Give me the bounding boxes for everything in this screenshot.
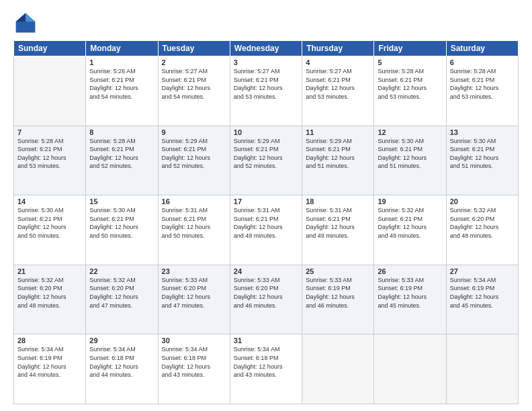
page: SundayMondayTuesdayWednesdayThursdayFrid…	[0, 0, 532, 411]
calendar-cell: 25Sunrise: 5:33 AM Sunset: 6:19 PM Dayli…	[302, 265, 374, 334]
day-number: 31	[234, 336, 298, 345]
day-info: Sunrise: 5:34 AM Sunset: 6:18 PM Dayligh…	[234, 345, 298, 379]
day-info: Sunrise: 5:30 AM Sunset: 6:21 PM Dayligh…	[378, 137, 442, 171]
day-number: 19	[378, 197, 442, 205]
day-info: Sunrise: 5:29 AM Sunset: 6:21 PM Dayligh…	[306, 137, 370, 171]
day-info: Sunrise: 5:27 AM Sunset: 6:21 PM Dayligh…	[234, 67, 298, 101]
day-number: 25	[306, 267, 370, 275]
column-header-saturday: Saturday	[446, 41, 518, 56]
day-info: Sunrise: 5:28 AM Sunset: 6:21 PM Dayligh…	[17, 137, 82, 171]
day-info: Sunrise: 5:30 AM Sunset: 6:21 PM Dayligh…	[17, 206, 82, 240]
calendar-cell: 24Sunrise: 5:33 AM Sunset: 6:20 PM Dayli…	[230, 265, 302, 334]
day-info: Sunrise: 5:33 AM Sunset: 6:20 PM Dayligh…	[234, 276, 298, 310]
day-info: Sunrise: 5:29 AM Sunset: 6:21 PM Dayligh…	[234, 137, 298, 171]
day-number: 8	[89, 128, 154, 136]
day-number: 9	[162, 128, 226, 136]
day-number: 24	[234, 267, 298, 275]
column-header-friday: Friday	[374, 41, 446, 56]
column-header-monday: Monday	[86, 41, 158, 56]
day-number: 3	[234, 58, 298, 66]
calendar-header-row: SundayMondayTuesdayWednesdayThursdayFrid…	[14, 41, 519, 56]
day-number: 20	[450, 197, 515, 205]
calendar-cell: 16Sunrise: 5:31 AM Sunset: 6:21 PM Dayli…	[158, 195, 230, 265]
day-info: Sunrise: 5:32 AM Sunset: 6:21 PM Dayligh…	[378, 206, 442, 240]
day-info: Sunrise: 5:28 AM Sunset: 6:21 PM Dayligh…	[450, 67, 515, 101]
column-header-sunday: Sunday	[14, 41, 86, 56]
day-number: 21	[17, 267, 82, 275]
day-number: 15	[89, 197, 154, 205]
calendar-cell: 11Sunrise: 5:29 AM Sunset: 6:21 PM Dayli…	[302, 126, 374, 195]
day-number: 1	[89, 58, 154, 66]
day-number: 22	[89, 267, 154, 275]
day-number: 18	[306, 197, 370, 205]
calendar-week-5: 28Sunrise: 5:34 AM Sunset: 6:19 PM Dayli…	[14, 334, 519, 404]
header	[13, 11, 519, 35]
day-number: 29	[89, 336, 154, 345]
day-info: Sunrise: 5:27 AM Sunset: 6:21 PM Dayligh…	[306, 67, 370, 101]
calendar-cell: 13Sunrise: 5:30 AM Sunset: 6:21 PM Dayli…	[446, 126, 518, 195]
day-info: Sunrise: 5:34 AM Sunset: 6:18 PM Dayligh…	[89, 345, 154, 379]
day-info: Sunrise: 5:33 AM Sunset: 6:19 PM Dayligh…	[378, 276, 442, 310]
day-info: Sunrise: 5:34 AM Sunset: 6:19 PM Dayligh…	[17, 345, 82, 379]
calendar-cell: 5Sunrise: 5:28 AM Sunset: 6:21 PM Daylig…	[374, 56, 446, 126]
day-info: Sunrise: 5:32 AM Sunset: 6:20 PM Dayligh…	[17, 276, 82, 310]
logo-icon	[13, 11, 38, 35]
day-info: Sunrise: 5:28 AM Sunset: 6:21 PM Dayligh…	[89, 137, 154, 171]
calendar-cell: 6Sunrise: 5:28 AM Sunset: 6:21 PM Daylig…	[446, 56, 518, 126]
day-number: 17	[234, 197, 298, 205]
calendar-cell: 2Sunrise: 5:27 AM Sunset: 6:21 PM Daylig…	[158, 56, 230, 126]
calendar-cell: 21Sunrise: 5:32 AM Sunset: 6:20 PM Dayli…	[14, 265, 86, 334]
logo	[13, 11, 40, 35]
day-number: 12	[378, 128, 442, 136]
day-info: Sunrise: 5:32 AM Sunset: 6:20 PM Dayligh…	[450, 206, 515, 240]
column-header-wednesday: Wednesday	[230, 41, 302, 56]
calendar-cell: 18Sunrise: 5:31 AM Sunset: 6:21 PM Dayli…	[302, 195, 374, 265]
day-info: Sunrise: 5:34 AM Sunset: 6:19 PM Dayligh…	[450, 276, 515, 310]
calendar-cell: 27Sunrise: 5:34 AM Sunset: 6:19 PM Dayli…	[446, 265, 518, 334]
svg-marker-2	[16, 13, 26, 22]
calendar-cell: 1Sunrise: 5:26 AM Sunset: 6:21 PM Daylig…	[86, 56, 158, 126]
calendar-cell	[14, 56, 86, 126]
calendar-week-3: 14Sunrise: 5:30 AM Sunset: 6:21 PM Dayli…	[14, 195, 519, 265]
day-info: Sunrise: 5:34 AM Sunset: 6:18 PM Dayligh…	[162, 345, 226, 379]
calendar-cell: 14Sunrise: 5:30 AM Sunset: 6:21 PM Dayli…	[14, 195, 86, 265]
calendar-cell: 10Sunrise: 5:29 AM Sunset: 6:21 PM Dayli…	[230, 126, 302, 195]
column-header-thursday: Thursday	[302, 41, 374, 56]
day-number: 30	[162, 336, 226, 345]
day-info: Sunrise: 5:33 AM Sunset: 6:19 PM Dayligh…	[306, 276, 370, 310]
calendar-cell: 28Sunrise: 5:34 AM Sunset: 6:19 PM Dayli…	[14, 334, 86, 404]
calendar-cell: 30Sunrise: 5:34 AM Sunset: 6:18 PM Dayli…	[158, 334, 230, 404]
day-number: 6	[450, 58, 515, 66]
day-info: Sunrise: 5:31 AM Sunset: 6:21 PM Dayligh…	[306, 206, 370, 240]
day-number: 2	[162, 58, 226, 66]
day-number: 13	[450, 128, 515, 136]
day-info: Sunrise: 5:30 AM Sunset: 6:21 PM Dayligh…	[450, 137, 515, 171]
calendar-week-4: 21Sunrise: 5:32 AM Sunset: 6:20 PM Dayli…	[14, 265, 519, 334]
day-info: Sunrise: 5:29 AM Sunset: 6:21 PM Dayligh…	[162, 137, 226, 171]
day-number: 26	[378, 267, 442, 275]
column-header-tuesday: Tuesday	[158, 41, 230, 56]
calendar-cell: 23Sunrise: 5:33 AM Sunset: 6:20 PM Dayli…	[158, 265, 230, 334]
calendar-cell: 15Sunrise: 5:30 AM Sunset: 6:21 PM Dayli…	[86, 195, 158, 265]
day-number: 14	[17, 197, 82, 205]
calendar-cell: 3Sunrise: 5:27 AM Sunset: 6:21 PM Daylig…	[230, 56, 302, 126]
day-info: Sunrise: 5:28 AM Sunset: 6:21 PM Dayligh…	[378, 67, 442, 101]
day-number: 28	[17, 336, 82, 345]
day-number: 7	[17, 128, 82, 136]
calendar-cell	[302, 334, 374, 404]
calendar-cell	[374, 334, 446, 404]
day-info: Sunrise: 5:26 AM Sunset: 6:21 PM Dayligh…	[89, 67, 154, 101]
day-info: Sunrise: 5:30 AM Sunset: 6:21 PM Dayligh…	[89, 206, 154, 240]
day-number: 23	[162, 267, 226, 275]
calendar-week-1: 1Sunrise: 5:26 AM Sunset: 6:21 PM Daylig…	[14, 56, 519, 126]
calendar-cell: 9Sunrise: 5:29 AM Sunset: 6:21 PM Daylig…	[158, 126, 230, 195]
calendar-week-2: 7Sunrise: 5:28 AM Sunset: 6:21 PM Daylig…	[14, 126, 519, 195]
calendar-cell: 31Sunrise: 5:34 AM Sunset: 6:18 PM Dayli…	[230, 334, 302, 404]
day-info: Sunrise: 5:27 AM Sunset: 6:21 PM Dayligh…	[162, 67, 226, 101]
calendar-cell: 22Sunrise: 5:32 AM Sunset: 6:20 PM Dayli…	[86, 265, 158, 334]
day-number: 27	[450, 267, 515, 275]
calendar-cell: 7Sunrise: 5:28 AM Sunset: 6:21 PM Daylig…	[14, 126, 86, 195]
day-number: 4	[306, 58, 370, 66]
calendar-cell: 19Sunrise: 5:32 AM Sunset: 6:21 PM Dayli…	[374, 195, 446, 265]
calendar-table: SundayMondayTuesdayWednesdayThursdayFrid…	[13, 40, 519, 404]
